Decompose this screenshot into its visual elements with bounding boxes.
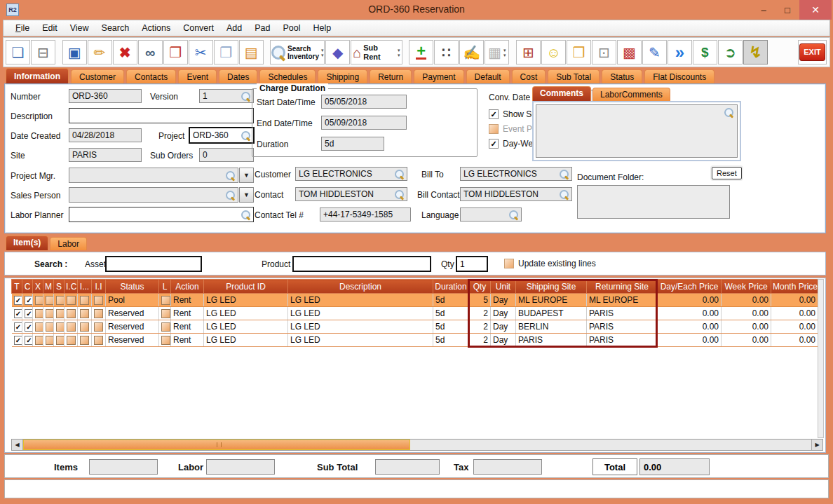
checkbox-s[interactable]	[56, 336, 65, 345]
edit-button[interactable]: ✏	[88, 40, 112, 64]
menu-search[interactable]: Search	[95, 22, 136, 34]
checkbox-i[interactable]	[80, 296, 89, 305]
availability-button[interactable]: ▩	[617, 40, 642, 64]
project-field[interactable]: ORD-360	[189, 127, 255, 144]
checkbox-x[interactable]	[35, 296, 43, 305]
checkbox-ii[interactable]	[94, 309, 103, 318]
tab-default[interactable]: Default	[466, 69, 510, 83]
tab-cost[interactable]: Cost	[512, 69, 546, 83]
version-field[interactable]: 1	[199, 89, 254, 103]
scroll-left-arrow[interactable]: ◀	[12, 440, 23, 450]
checkbox-i[interactable]	[80, 336, 89, 345]
menu-edit[interactable]: Edit	[36, 22, 64, 34]
tab-event[interactable]: Event	[178, 69, 217, 83]
update-existing-lines-checkbox[interactable]: Update existing lines	[504, 259, 596, 268]
horizontal-scrollbar[interactable]: ◀ ▶	[11, 439, 823, 451]
document-folder-box[interactable]	[577, 185, 730, 219]
cut-button[interactable]: ✂	[189, 40, 213, 64]
checkbox-t[interactable]	[14, 296, 22, 305]
checkbox-c[interactable]	[25, 336, 33, 345]
tab-items[interactable]: Item(s)	[6, 236, 48, 250]
scroll-right-arrow[interactable]: ▶	[811, 440, 822, 450]
checkbox-l[interactable]	[161, 336, 170, 345]
checkbox-t[interactable]	[14, 309, 22, 318]
start-date-field[interactable]: 05/05/2018	[321, 95, 407, 109]
tab-comments[interactable]: Comments	[532, 86, 591, 101]
substitute-button[interactable]: ∷	[434, 40, 459, 64]
tab-contacts[interactable]: Contacts	[126, 69, 176, 83]
menu-pool[interactable]: Pool	[276, 22, 306, 34]
checkbox-s[interactable]	[56, 322, 65, 332]
tab-status[interactable]: Status	[602, 69, 642, 83]
language-field[interactable]	[460, 207, 522, 222]
bill-to-field[interactable]: LG ELECTRONICS	[460, 167, 572, 181]
shapes-button[interactable]: ◆	[325, 40, 350, 64]
bill-contact-field[interactable]: TOM HIDDLESTON	[460, 187, 572, 201]
delete-button[interactable]: ✖	[113, 40, 137, 64]
checkbox-t[interactable]	[14, 322, 22, 332]
checkbox-ii[interactable]	[94, 296, 103, 305]
search-icon[interactable]	[226, 171, 235, 180]
delivery-button[interactable]: ➲	[718, 40, 743, 64]
tab-payment[interactable]: Payment	[414, 69, 463, 83]
checkbox-c[interactable]	[25, 322, 33, 332]
tab-labor[interactable]: Labor	[50, 237, 87, 250]
add-line-button[interactable]: +	[409, 40, 433, 64]
checkbox-s[interactable]	[56, 309, 65, 318]
search-icon[interactable]	[241, 92, 250, 101]
checkbox-m[interactable]	[46, 336, 54, 345]
checkbox-l[interactable]	[161, 296, 170, 305]
menu-actions[interactable]: Actions	[135, 22, 177, 34]
dropdown-arrows-icon[interactable]: ▾▾	[503, 48, 506, 57]
table-row[interactable]: Pool Rent LG LED LG LED 5d 5 Day ML EURO…	[12, 294, 818, 307]
tab-sub-total[interactable]: Sub Total	[548, 69, 600, 83]
edit-note-button[interactable]: ✎	[642, 40, 667, 64]
tab-return[interactable]: Return	[370, 69, 412, 83]
checkbox-x[interactable]	[35, 309, 43, 318]
sales-person-dropdown[interactable]: ▼	[239, 187, 254, 203]
close-button[interactable]: ✕	[799, 0, 832, 20]
checkbox-ic[interactable]	[67, 309, 76, 318]
duration-field[interactable]: 5d	[321, 137, 384, 151]
search-inventory-button[interactable]: SearchInventory ▾▾	[270, 40, 325, 64]
checkbox-l[interactable]	[161, 309, 170, 318]
search-icon[interactable]	[560, 190, 569, 199]
menu-view[interactable]: View	[64, 22, 95, 34]
tab-schedules[interactable]: Schedules	[259, 69, 316, 83]
menu-help[interactable]: Help	[307, 22, 338, 34]
search-icon[interactable]	[241, 210, 250, 219]
customer-field[interactable]: LG ELECTRONICS	[295, 167, 407, 181]
scrollbar-thumb[interactable]	[23, 440, 410, 450]
checkbox-m[interactable]	[46, 309, 54, 318]
org-chart-button[interactable]: ⊞	[516, 40, 541, 64]
menu-file[interactable]: File	[9, 22, 36, 34]
checkbox-t[interactable]	[14, 336, 22, 345]
sub-rent-button[interactable]: ⌂ Sub Rent ▾▾	[351, 40, 402, 64]
dropdown-arrows-icon[interactable]: ▾▾	[398, 48, 400, 57]
labor-planner-field[interactable]	[69, 207, 254, 222]
checkbox-ic[interactable]	[67, 322, 76, 332]
transfer-button[interactable]: ❐	[163, 40, 188, 64]
checkbox-i[interactable]	[80, 322, 89, 332]
paste-button[interactable]: ▤	[239, 40, 264, 64]
end-date-field[interactable]: 05/09/2018	[321, 116, 407, 130]
menu-add[interactable]: Add	[220, 22, 248, 34]
vertical-scrollbar[interactable]	[818, 279, 824, 438]
description-field[interactable]	[69, 108, 254, 123]
sub-orders-field[interactable]: 0	[199, 148, 254, 162]
search-icon[interactable]	[560, 170, 569, 179]
keyboard-button[interactable]: ⊡	[592, 40, 616, 64]
table-row[interactable]: Reserved Rent LG LED LG LED 5d 2 Day BER…	[12, 320, 818, 334]
menu-convert[interactable]: Convert	[177, 22, 220, 34]
checkbox-m[interactable]	[46, 322, 54, 332]
checkbox-x[interactable]	[35, 322, 43, 332]
date-created-field[interactable]: 04/28/2018	[69, 128, 142, 142]
site-field[interactable]: PARIS	[69, 148, 142, 162]
tab-customer[interactable]: Customer	[71, 69, 124, 83]
notes-button[interactable]: ✍	[459, 40, 484, 64]
product-input[interactable]	[292, 256, 431, 272]
checkbox-ic[interactable]	[67, 336, 76, 345]
checkbox-c[interactable]	[25, 309, 33, 318]
dropdown-arrows-icon[interactable]: ▾▾	[321, 48, 324, 57]
checkbox-ic[interactable]	[67, 296, 76, 305]
